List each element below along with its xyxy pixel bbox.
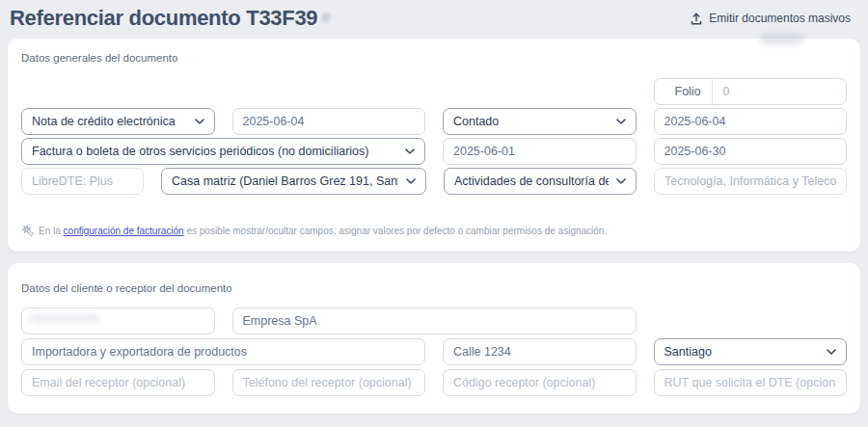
payment-method-value: Contado: [453, 115, 499, 128]
general-form-grid: Folio 0 Nota de crédito electrónica Cont…: [21, 78, 847, 195]
activity-value: Actividades de consultoría de info...: [454, 174, 609, 188]
chevron-down-icon: [195, 119, 204, 124]
period-start-input[interactable]: [443, 138, 637, 165]
upload-tray-icon: [690, 12, 703, 25]
period-end-input[interactable]: [654, 138, 848, 165]
folio-value: 0: [713, 79, 741, 104]
folio-label: Folio: [665, 79, 713, 104]
receiver-name-input[interactable]: [232, 307, 637, 334]
chevron-down-icon: [616, 119, 626, 124]
receiver-code-input[interactable]: [443, 369, 637, 396]
section-title-receiver: Datos del cliente o receptor del documen…: [21, 282, 847, 294]
due-date-input[interactable]: [654, 108, 848, 135]
industry-input[interactable]: [654, 168, 847, 195]
receiver-data-card: Datos del cliente o receptor del documen…: [8, 263, 860, 414]
chevron-down-icon: [827, 349, 836, 355]
receiver-rut-requester-input[interactable]: [654, 369, 848, 396]
chevron-down-icon: [405, 148, 415, 154]
receiver-rut-input[interactable]: [21, 307, 215, 334]
issuer-row: Casa matriz (Daniel Barros Grez 191, San…: [21, 168, 847, 195]
payment-method-select[interactable]: Contado: [443, 108, 637, 135]
issuer-input[interactable]: [21, 168, 144, 195]
receiver-city-value: Santiago: [665, 345, 712, 359]
billing-config-note: En la configuración de facturación es po…: [21, 225, 847, 236]
reference-doc-type-value: Factura o boleta de otros servicios peri…: [32, 145, 368, 158]
note-suffix: es posible mostrar/ocultar campos, asign…: [184, 226, 608, 236]
section-title-general: Datos generales del documento: [21, 52, 847, 64]
activity-select[interactable]: Actividades de consultoría de info...: [444, 168, 637, 195]
redaction-blur: [760, 33, 804, 44]
billing-config-link[interactable]: configuración de facturación: [64, 226, 184, 236]
topbar: Referenciar documento T33F39 Emitir docu…: [0, 0, 868, 31]
folio-field[interactable]: Folio 0: [654, 78, 848, 105]
receiver-city-select[interactable]: Santiago: [654, 338, 848, 365]
note-text: En la configuración de facturación es po…: [39, 226, 607, 236]
branch-select[interactable]: Casa matriz (Daniel Barros Grez 191, San…: [161, 168, 426, 195]
redaction-blur: [321, 13, 333, 25]
issue-date-input[interactable]: [232, 108, 426, 135]
branch-value: Casa matriz (Daniel Barros Grez 191, San…: [172, 174, 398, 188]
doc-type-value: Nota de crédito electrónica: [32, 115, 176, 128]
bulk-emit-label: Emitir documentos masivos: [709, 12, 851, 25]
note-prefix: En la: [39, 226, 64, 236]
bulk-emit-button[interactable]: Emitir documentos masivos: [690, 12, 851, 25]
receiver-rut-cell: [21, 307, 215, 334]
receiver-email-input[interactable]: [21, 369, 215, 396]
receiver-form-grid: Santiago: [21, 307, 847, 396]
chevron-down-icon: [616, 178, 626, 184]
page-title: Referenciar documento T33F39: [10, 6, 317, 31]
reference-doc-type-select[interactable]: Factura o boleta de otros servicios peri…: [21, 138, 425, 165]
receiver-activity-input[interactable]: [21, 338, 425, 365]
receiver-phone-input[interactable]: [232, 369, 426, 396]
chevron-down-icon: [406, 178, 416, 184]
receiver-address-input[interactable]: [443, 338, 637, 365]
gears-icon: [21, 225, 34, 236]
doc-type-select[interactable]: Nota de crédito electrónica: [21, 108, 215, 135]
general-data-card: Datos generales del documento Folio 0 No…: [8, 39, 860, 252]
